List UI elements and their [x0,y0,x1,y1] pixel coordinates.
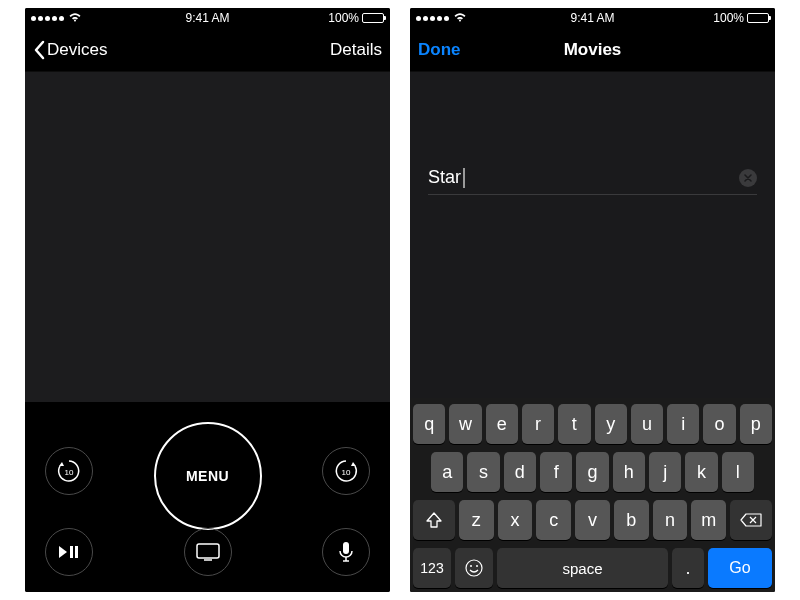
keyboard: qwertyuiop asdfghjkl zxcvbnm 123 space .… [410,398,775,592]
go-key[interactable]: Go [708,548,772,588]
key-g[interactable]: g [576,452,608,492]
chevron-left-icon [33,40,45,60]
menu-label: MENU [186,468,229,484]
nav-bar: Devices Details [25,28,390,72]
svg-point-9 [466,560,482,576]
key-c[interactable]: c [536,500,571,540]
key-v[interactable]: v [575,500,610,540]
period-key[interactable]: . [672,548,704,588]
svg-point-11 [476,565,478,567]
key-d[interactable]: d [504,452,536,492]
key-h[interactable]: h [613,452,645,492]
status-bar: 9:41 AM 100% [25,8,390,28]
key-w[interactable]: w [449,404,481,444]
key-x[interactable]: x [498,500,533,540]
phone-remote-screen: 9:41 AM 100% Devices Details 10 [25,8,390,592]
remote-touch-surface[interactable] [25,72,390,402]
battery-percent: 100% [713,11,744,25]
battery-percent: 100% [328,11,359,25]
done-button[interactable]: Done [418,40,461,60]
key-n[interactable]: n [653,500,688,540]
space-key[interactable]: space [497,548,668,588]
key-i[interactable]: i [667,404,699,444]
back-button[interactable]: Devices [33,40,107,60]
key-s[interactable]: s [467,452,499,492]
key-f[interactable]: f [540,452,572,492]
svg-point-10 [470,565,472,567]
key-l[interactable]: l [722,452,754,492]
svg-rect-3 [75,546,78,558]
mic-icon [339,541,353,563]
skip-forward-10-button[interactable]: 10 [322,447,370,495]
backspace-icon [740,513,762,527]
key-b[interactable]: b [614,500,649,540]
signal-dots-icon [416,16,449,21]
key-m[interactable]: m [691,500,726,540]
clear-input-button[interactable] [739,169,757,187]
key-o[interactable]: o [703,404,735,444]
skip-back-icon: 10 [54,456,84,486]
key-z[interactable]: z [459,500,494,540]
nav-title: Movies [534,40,650,60]
x-icon [744,174,752,182]
shift-key[interactable] [413,500,455,540]
svg-rect-2 [70,546,73,558]
wifi-icon [68,11,82,25]
siri-mic-button[interactable] [322,528,370,576]
search-body: Star qwertyuiop asdfghjkl zxcvbnm 123 [410,72,775,592]
nav-bar: Done Movies [410,28,775,72]
search-value: Star [428,167,461,188]
svg-text:10: 10 [342,468,351,477]
details-button[interactable]: Details [330,40,382,59]
battery-icon [747,13,769,23]
battery-icon [362,13,384,23]
signal-dots-icon [31,16,64,21]
keyboard-row-4: 123 space . Go [413,548,772,588]
svg-rect-4 [197,544,219,558]
search-input[interactable]: Star [428,167,757,195]
keyboard-row-2: asdfghjkl [413,452,772,492]
shift-icon [425,512,443,528]
play-pause-icon [58,545,80,559]
svg-rect-6 [343,542,349,554]
back-label: Devices [47,40,107,60]
key-q[interactable]: q [413,404,445,444]
backspace-key[interactable] [730,500,772,540]
keyboard-row-1: qwertyuiop [413,404,772,444]
wifi-icon [453,11,467,25]
key-u[interactable]: u [631,404,663,444]
menu-button[interactable]: MENU [154,422,262,530]
skip-back-10-button[interactable]: 10 [45,447,93,495]
phone-search-screen: 9:41 AM 100% Done Movies Star qwertyuiop… [410,8,775,592]
key-j[interactable]: j [649,452,681,492]
key-y[interactable]: y [595,404,627,444]
emoji-icon [464,558,484,578]
key-e[interactable]: e [486,404,518,444]
key-a[interactable]: a [431,452,463,492]
emoji-key[interactable] [455,548,493,588]
key-r[interactable]: r [522,404,554,444]
key-k[interactable]: k [685,452,717,492]
svg-text:10: 10 [65,468,74,477]
keyboard-row-3: zxcvbnm [413,500,772,540]
numbers-key[interactable]: 123 [413,548,451,588]
status-bar: 9:41 AM 100% [410,8,775,28]
remote-controls: 10 MENU 10 [25,402,390,592]
text-caret [463,168,465,188]
play-pause-button[interactable] [45,528,93,576]
home-tv-button[interactable] [184,528,232,576]
tv-icon [196,543,220,561]
status-time: 9:41 AM [149,11,267,25]
skip-forward-icon: 10 [331,456,361,486]
key-p[interactable]: p [740,404,772,444]
status-time: 9:41 AM [534,11,652,25]
key-t[interactable]: t [558,404,590,444]
